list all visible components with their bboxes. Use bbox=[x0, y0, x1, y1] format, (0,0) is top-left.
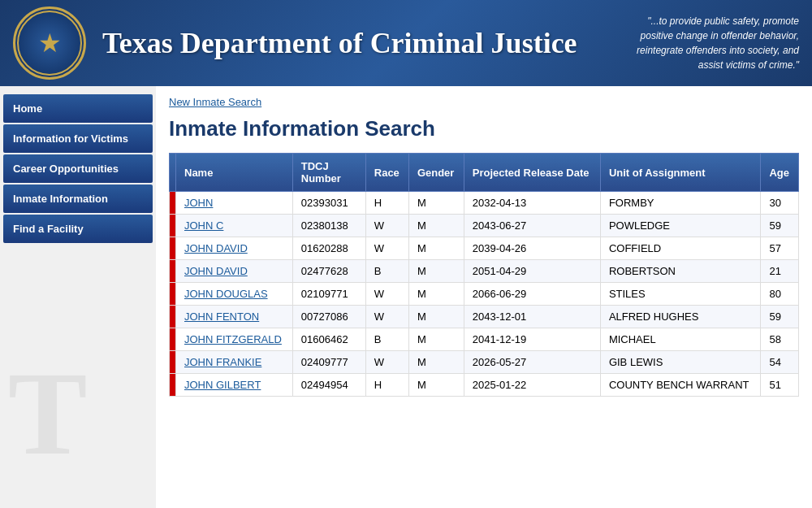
row-race: W bbox=[365, 351, 408, 374]
sidebar-item-home[interactable]: Home bbox=[3, 94, 153, 123]
row-red-bar bbox=[170, 215, 176, 237]
row-name[interactable]: JOHN GILBERT bbox=[176, 374, 293, 397]
row-release: 2051-04-29 bbox=[464, 260, 600, 283]
page-header: ★ Texas Department of Criminal Justice "… bbox=[0, 0, 812, 86]
table-row: JOHN C02380138WM2043-06-27POWLEDGE59 bbox=[170, 215, 799, 237]
row-race: W bbox=[365, 283, 408, 306]
row-race: B bbox=[365, 328, 408, 351]
row-release: 2039-04-26 bbox=[464, 237, 600, 260]
row-gender: M bbox=[408, 328, 464, 351]
col-header-name: Name bbox=[176, 154, 293, 192]
agency-quote: "...to provide public safety, promote po… bbox=[620, 14, 799, 72]
agency-title: Texas Department of Criminal Justice bbox=[102, 26, 620, 60]
row-release: 2041-12-19 bbox=[464, 328, 600, 351]
row-red-bar bbox=[170, 283, 176, 306]
row-red-bar bbox=[170, 237, 176, 260]
row-race: H bbox=[365, 374, 408, 397]
row-gender: M bbox=[408, 283, 464, 306]
row-name[interactable]: JOHN DAVID bbox=[176, 260, 293, 283]
row-age: 59 bbox=[761, 215, 799, 237]
row-unit: FORMBY bbox=[600, 192, 761, 215]
row-name[interactable]: JOHN FRANKIE bbox=[176, 351, 293, 374]
table-header-row: Name TDCJNumber Race Gender Projected Re… bbox=[170, 154, 799, 192]
row-name[interactable]: JOHN FITZGERALD bbox=[176, 328, 293, 351]
results-table: Name TDCJNumber Race Gender Projected Re… bbox=[169, 153, 799, 397]
col-header-unit: Unit of Assignment bbox=[600, 154, 761, 192]
table-row: JOHN FITZGERALD01606462BM2041-12-19MICHA… bbox=[170, 328, 799, 351]
col-header-gender: Gender bbox=[408, 154, 464, 192]
row-unit: ALFRED HUGHES bbox=[600, 306, 761, 328]
row-age: 30 bbox=[761, 192, 799, 215]
row-red-bar bbox=[170, 374, 176, 397]
row-name[interactable]: JOHN FENTON bbox=[176, 306, 293, 328]
row-release: 2043-12-01 bbox=[464, 306, 600, 328]
col-header-redbar bbox=[170, 154, 176, 192]
table-row: JOHN FENTON00727086WM2043-12-01ALFRED HU… bbox=[170, 306, 799, 328]
col-header-release: Projected Release Date bbox=[464, 154, 600, 192]
row-unit: COFFIELD bbox=[600, 237, 761, 260]
row-gender: M bbox=[408, 374, 464, 397]
row-tdcj: 02494954 bbox=[292, 374, 365, 397]
row-red-bar bbox=[170, 351, 176, 374]
row-red-bar bbox=[170, 260, 176, 283]
row-gender: M bbox=[408, 192, 464, 215]
row-unit: COUNTY BENCH WARRANT bbox=[600, 374, 761, 397]
row-name[interactable]: JOHN bbox=[176, 192, 293, 215]
sidebar-item-find-facility[interactable]: Find a Facility bbox=[3, 215, 153, 243]
row-race: W bbox=[365, 237, 408, 260]
row-race: H bbox=[365, 192, 408, 215]
row-red-bar bbox=[170, 192, 176, 215]
row-tdcj: 02409777 bbox=[292, 351, 365, 374]
row-tdcj: 02109771 bbox=[292, 283, 365, 306]
row-age: 80 bbox=[761, 283, 799, 306]
row-name[interactable]: JOHN C bbox=[176, 215, 293, 237]
row-release: 2025-01-22 bbox=[464, 374, 600, 397]
row-race: W bbox=[365, 306, 408, 328]
sidebar-item-inmate-info[interactable]: Inmate Information bbox=[3, 185, 153, 213]
row-age: 58 bbox=[761, 328, 799, 351]
table-row: JOHN GILBERT02494954HM2025-01-22COUNTY B… bbox=[170, 374, 799, 397]
table-row: JOHN DOUGLAS02109771WM2066-06-29STILES80 bbox=[170, 283, 799, 306]
row-gender: M bbox=[408, 260, 464, 283]
row-unit: MICHAEL bbox=[600, 328, 761, 351]
row-tdcj: 02393031 bbox=[292, 192, 365, 215]
row-red-bar bbox=[170, 328, 176, 351]
sidebar-item-career[interactable]: Career Opportunities bbox=[3, 154, 153, 183]
table-row: JOHN FRANKIE02409777WM2026-05-27GIB LEWI… bbox=[170, 351, 799, 374]
row-age: 21 bbox=[761, 260, 799, 283]
row-tdcj: 02477628 bbox=[292, 260, 365, 283]
table-row: JOHN02393031HM2032-04-13FORMBY30 bbox=[170, 192, 799, 215]
col-header-age: Age bbox=[761, 154, 799, 192]
table-row: JOHN DAVID02477628BM2051-04-29ROBERTSON2… bbox=[170, 260, 799, 283]
main-layout: Home Information for Victims Career Oppo… bbox=[0, 86, 812, 508]
row-release: 2026-05-27 bbox=[464, 351, 600, 374]
row-release: 2032-04-13 bbox=[464, 192, 600, 215]
row-unit: ROBERTSON bbox=[600, 260, 761, 283]
row-name[interactable]: JOHN DAVID bbox=[176, 237, 293, 260]
row-gender: M bbox=[408, 351, 464, 374]
row-tdcj: 01620288 bbox=[292, 237, 365, 260]
row-age: 54 bbox=[761, 351, 799, 374]
page-title: Inmate Information Search bbox=[169, 116, 799, 141]
col-header-tdcj: TDCJNumber bbox=[292, 154, 365, 192]
row-release: 2066-06-29 bbox=[464, 283, 600, 306]
sidebar-item-info-victims[interactable]: Information for Victims bbox=[3, 124, 153, 153]
row-gender: M bbox=[408, 215, 464, 237]
row-tdcj: 02380138 bbox=[292, 215, 365, 237]
main-content: New Inmate Search Inmate Information Sea… bbox=[156, 86, 812, 508]
agency-logo: ★ bbox=[13, 7, 86, 80]
row-gender: M bbox=[408, 237, 464, 260]
row-age: 51 bbox=[761, 374, 799, 397]
col-header-race: Race bbox=[365, 154, 408, 192]
row-tdcj: 00727086 bbox=[292, 306, 365, 328]
row-age: 57 bbox=[761, 237, 799, 260]
row-name[interactable]: JOHN DOUGLAS bbox=[176, 283, 293, 306]
row-unit: POWLEDGE bbox=[600, 215, 761, 237]
row-unit: STILES bbox=[600, 283, 761, 306]
row-tdcj: 01606462 bbox=[292, 328, 365, 351]
row-race: W bbox=[365, 215, 408, 237]
row-age: 59 bbox=[761, 306, 799, 328]
table-row: JOHN DAVID01620288WM2039-04-26COFFIELD57 bbox=[170, 237, 799, 260]
new-inmate-search-link[interactable]: New Inmate Search bbox=[169, 96, 261, 108]
row-release: 2043-06-27 bbox=[464, 215, 600, 237]
